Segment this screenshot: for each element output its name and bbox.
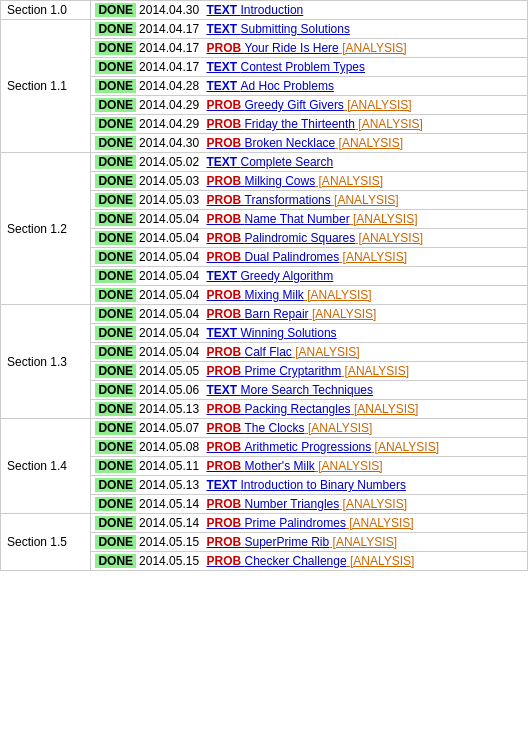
entry-type: PROB	[207, 231, 245, 245]
entry-type: PROB	[207, 117, 245, 131]
done-badge: DONE	[95, 79, 136, 93]
date-label: 2014.05.15	[139, 554, 202, 568]
entry-link[interactable]: PROB Mother's Milk	[207, 459, 315, 473]
analysis-link[interactable]: [ANALYSIS]	[351, 402, 419, 416]
entry-link[interactable]: TEXT Introduction to Binary Numbers	[207, 478, 406, 492]
entry-link[interactable]: PROB Calf Flac	[207, 345, 292, 359]
entry-link[interactable]: TEXT Complete Search	[207, 155, 334, 169]
analysis-link[interactable]: [ANALYSIS]	[331, 193, 399, 207]
entry-type: PROB	[207, 421, 245, 435]
entry-link[interactable]: PROB Prime Palindromes	[207, 516, 346, 530]
done-badge: DONE	[95, 41, 136, 55]
entry-link[interactable]: PROB Arithmetic Progressions	[207, 440, 372, 454]
row-content: DONE2014.05.15 PROB SuperPrime Rib [ANAL…	[91, 533, 528, 552]
analysis-link[interactable]: [ANALYSIS]	[339, 41, 407, 55]
analysis-link[interactable]: [ANALYSIS]	[315, 174, 383, 188]
date-label: 2014.05.04	[139, 231, 202, 245]
row-content: DONE2014.05.13 TEXT Introduction to Bina…	[91, 476, 528, 495]
entry-link[interactable]: PROB Your Ride Is Here	[207, 41, 339, 55]
analysis-link[interactable]: [ANALYSIS]	[304, 288, 372, 302]
table-row: Section 1.1DONE2014.04.17 TEXT Submittin…	[1, 20, 528, 39]
done-badge: DONE	[95, 136, 136, 150]
entry-link[interactable]: TEXT Ad Hoc Problems	[207, 79, 334, 93]
entry-link[interactable]: TEXT Winning Solutions	[207, 326, 337, 340]
entry-link[interactable]: PROB Transformations	[207, 193, 331, 207]
row-content: DONE2014.05.04 PROB Mixing Milk [ANALYSI…	[91, 286, 528, 305]
entry-type: PROB	[207, 516, 245, 530]
analysis-link[interactable]: [ANALYSIS]	[371, 440, 439, 454]
entry-type: TEXT	[207, 269, 241, 283]
date-label: 2014.05.03	[139, 174, 202, 188]
analysis-link[interactable]: [ANALYSIS]	[292, 345, 360, 359]
entry-link[interactable]: TEXT Greedy Algorithm	[207, 269, 334, 283]
row-content: DONE2014.05.03 PROB Milking Cows [ANALYS…	[91, 172, 528, 191]
row-content: DONE2014.05.04 PROB Barn Repair [ANALYSI…	[91, 305, 528, 324]
entry-link[interactable]: PROB Dual Palindromes	[207, 250, 340, 264]
entry-link[interactable]: PROB Broken Necklace	[207, 136, 336, 150]
section-label: Section 1.1	[1, 20, 91, 153]
analysis-link[interactable]: [ANALYSIS]	[315, 459, 383, 473]
entry-link[interactable]: PROB Greedy Gift Givers	[207, 98, 344, 112]
entry-link[interactable]: PROB Mixing Milk	[207, 288, 304, 302]
entry-link[interactable]: PROB Palindromic Squares	[207, 231, 356, 245]
row-content: DONE2014.04.28 TEXT Ad Hoc Problems	[91, 77, 528, 96]
entry-link[interactable]: PROB Prime Cryptarithm	[207, 364, 342, 378]
entry-title: Greedy Algorithm	[241, 269, 334, 283]
entry-title: Prime Palindromes	[245, 516, 346, 530]
entry-title: Mixing Milk	[245, 288, 304, 302]
analysis-link[interactable]: [ANALYSIS]	[350, 212, 418, 226]
date-label: 2014.04.28	[139, 79, 202, 93]
done-badge: DONE	[95, 459, 136, 473]
main-table: Section 1.0DONE2014.04.30 TEXT Introduct…	[0, 0, 528, 571]
date-label: 2014.05.05	[139, 364, 202, 378]
entry-title: Number Triangles	[245, 497, 340, 511]
row-content: DONE2014.05.02 TEXT Complete Search	[91, 153, 528, 172]
entry-link[interactable]: PROB Barn Repair	[207, 307, 309, 321]
analysis-link[interactable]: [ANALYSIS]	[309, 307, 377, 321]
entry-link[interactable]: TEXT Contest Problem Types	[207, 60, 366, 74]
entry-type: PROB	[207, 307, 245, 321]
analysis-link[interactable]: [ANALYSIS]	[346, 516, 414, 530]
entry-link[interactable]: TEXT Submitting Solutions	[207, 22, 350, 36]
entry-link[interactable]: PROB Friday the Thirteenth	[207, 117, 356, 131]
analysis-link[interactable]: [ANALYSIS]	[335, 136, 403, 150]
row-content: DONE2014.05.14 PROB Prime Palindromes [A…	[91, 514, 528, 533]
entry-link[interactable]: TEXT Introduction	[207, 3, 304, 17]
section-label: Section 1.2	[1, 153, 91, 305]
row-content: DONE2014.05.11 PROB Mother's Milk [ANALY…	[91, 457, 528, 476]
done-badge: DONE	[95, 22, 136, 36]
analysis-link[interactable]: [ANALYSIS]	[339, 250, 407, 264]
entry-title: Mother's Milk	[245, 459, 315, 473]
date-label: 2014.04.17	[139, 22, 202, 36]
analysis-link[interactable]: [ANALYSIS]	[341, 364, 409, 378]
analysis-link[interactable]: [ANALYSIS]	[329, 535, 397, 549]
entry-link[interactable]: PROB The Clocks	[207, 421, 305, 435]
analysis-link[interactable]: [ANALYSIS]	[355, 231, 423, 245]
date-label: 2014.05.07	[139, 421, 202, 435]
entry-link[interactable]: PROB Checker Challenge	[207, 554, 347, 568]
analysis-link[interactable]: [ANALYSIS]	[339, 497, 407, 511]
row-content: DONE2014.05.04 PROB Dual Palindromes [AN…	[91, 248, 528, 267]
entry-link[interactable]: PROB Packing Rectangles	[207, 402, 351, 416]
entry-link[interactable]: PROB Milking Cows	[207, 174, 316, 188]
entry-link[interactable]: TEXT More Search Techniques	[207, 383, 374, 397]
done-badge: DONE	[95, 345, 136, 359]
date-label: 2014.05.06	[139, 383, 202, 397]
done-badge: DONE	[95, 117, 136, 131]
entry-link[interactable]: PROB SuperPrime Rib	[207, 535, 330, 549]
analysis-link[interactable]: [ANALYSIS]	[355, 117, 423, 131]
analysis-link[interactable]: [ANALYSIS]	[347, 554, 415, 568]
date-label: 2014.05.11	[139, 459, 202, 473]
entry-title: SuperPrime Rib	[245, 535, 330, 549]
row-content: DONE2014.04.17 PROB Your Ride Is Here [A…	[91, 39, 528, 58]
row-content: DONE2014.04.29 PROB Friday the Thirteent…	[91, 115, 528, 134]
analysis-link[interactable]: [ANALYSIS]	[344, 98, 412, 112]
entry-link[interactable]: PROB Number Triangles	[207, 497, 340, 511]
entry-type: PROB	[207, 402, 245, 416]
entry-link[interactable]: PROB Name That Number	[207, 212, 350, 226]
entry-type: TEXT	[207, 79, 241, 93]
row-content: DONE2014.05.05 PROB Prime Cryptarithm [A…	[91, 362, 528, 381]
entry-title: Calf Flac	[245, 345, 292, 359]
analysis-link[interactable]: [ANALYSIS]	[305, 421, 373, 435]
date-label: 2014.05.04	[139, 345, 202, 359]
